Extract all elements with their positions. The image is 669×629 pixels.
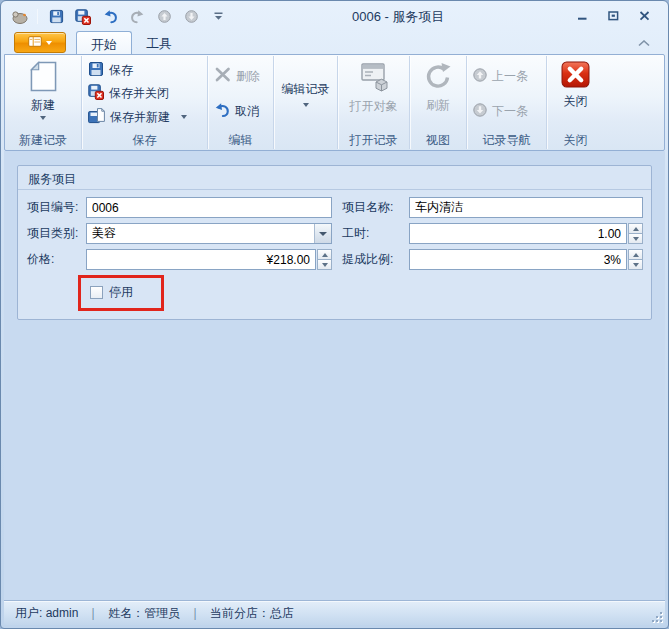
save-close-button-label: 保存并关闭 — [109, 85, 169, 102]
save-new-button[interactable]: 保存并新建 — [83, 107, 206, 128]
tab-tools[interactable]: 工具 — [132, 31, 186, 54]
close-red-icon — [561, 61, 590, 91]
spin-down-button[interactable] — [628, 260, 643, 270]
qat-customize-icon[interactable] — [209, 8, 227, 26]
chevron-down-icon — [319, 232, 327, 236]
new-button-label: 新建 — [31, 97, 55, 114]
restore-button[interactable] — [605, 8, 622, 23]
delete-button[interactable]: 删除 — [209, 66, 272, 86]
refresh-icon — [423, 61, 453, 95]
redo-icon[interactable] — [128, 8, 146, 26]
name-label: 项目名称: — [342, 199, 409, 216]
inactive-row: 停用 — [78, 275, 643, 311]
resize-grip[interactable] — [650, 610, 662, 622]
save-new-icon — [88, 108, 105, 127]
cancel-button[interactable]: 取消 — [209, 101, 272, 122]
save-close-icon[interactable] — [74, 8, 92, 26]
tab-home[interactable]: 开始 — [76, 31, 132, 54]
spin-up-button[interactable] — [628, 249, 643, 260]
ribbon: 新建 新建记录 保存 — [4, 54, 665, 151]
ribbon-group-record-nav: 上一条 下一条 记录导航 — [467, 56, 547, 149]
open-object-button[interactable]: 打开对象 — [339, 57, 408, 131]
save-button-label: 保存 — [109, 62, 133, 79]
spin-up-button[interactable] — [317, 249, 332, 260]
form-area: 服务项目 项目编号: 项目名称: 项目类别: — [4, 151, 665, 600]
chevron-down-icon — [181, 115, 187, 119]
price-input[interactable] — [86, 249, 316, 270]
code-label: 项目编号: — [26, 199, 86, 216]
spin-down-button[interactable] — [628, 234, 643, 244]
hours-label: 工时: — [342, 225, 409, 242]
app-menu-button[interactable] — [14, 32, 66, 53]
ribbon-group-save: 保存 保存并关闭 保存并新建 — [82, 56, 208, 149]
refresh-button[interactable]: 刷新 — [411, 57, 465, 131]
toolbar-separator — [37, 9, 38, 24]
quick-access-toolbar — [10, 8, 227, 26]
delete-icon — [214, 67, 231, 85]
spin-down-button[interactable] — [317, 260, 332, 270]
undo-icon[interactable] — [101, 8, 119, 26]
previous-record-button[interactable]: 上一条 — [468, 67, 545, 86]
commission-label: 提成比例: — [342, 251, 409, 268]
title-bar: 0006 - 服务项目 — [4, 1, 665, 30]
close-form-button-label: 关闭 — [564, 93, 588, 110]
up-circle-icon — [473, 68, 487, 85]
open-object-button-label: 打开对象 — [350, 98, 398, 115]
group-label-edit: 编辑 — [209, 131, 272, 149]
commission-spinner — [628, 249, 643, 270]
next-record-button[interactable]: 下一条 — [468, 102, 545, 121]
save-close-button[interactable]: 保存并关闭 — [83, 83, 206, 104]
inactive-checkbox[interactable] — [90, 286, 103, 299]
ribbon-tab-row: 开始 工具 — [4, 30, 665, 54]
status-user: 用户: admin — [15, 605, 78, 622]
save-button[interactable]: 保存 — [83, 60, 206, 81]
group-label-open-record: 打开记录 — [339, 131, 408, 149]
save-icon[interactable] — [47, 8, 65, 26]
price-label: 价格: — [26, 251, 86, 268]
list-icon — [28, 36, 42, 50]
group-label-close: 关闭 — [548, 131, 603, 149]
next-record-label: 下一条 — [492, 103, 528, 120]
collapse-ribbon-button[interactable] — [637, 37, 651, 49]
spin-up-button[interactable] — [628, 223, 643, 234]
code-input[interactable] — [86, 197, 332, 218]
commission-input[interactable] — [409, 249, 627, 270]
undo-icon — [214, 102, 230, 121]
panel-title: 服务项目 — [18, 166, 651, 190]
name-input[interactable] — [409, 197, 643, 218]
group-label-save: 保存 — [83, 131, 206, 149]
ribbon-group-edit-record: 编辑记录 — [274, 56, 338, 149]
category-label: 项目类别: — [26, 225, 86, 242]
cancel-button-label: 取消 — [235, 103, 259, 120]
hours-input[interactable] — [409, 223, 627, 244]
ribbon-group-new-record: 新建 新建记录 — [5, 56, 82, 149]
close-form-button[interactable]: 关闭 — [548, 57, 603, 131]
status-bar: 用户: admin ｜ 姓名：管理员 ｜ 当前分店：总店 — [4, 600, 665, 625]
category-input[interactable] — [86, 223, 332, 244]
down-circle-icon — [473, 103, 487, 120]
edit-record-button[interactable]: 编辑记录 — [275, 57, 336, 131]
new-button[interactable]: 新建 — [6, 57, 80, 131]
form-row: 项目类别: 工时: — [26, 223, 643, 244]
form-row: 项目编号: 项目名称: — [26, 197, 643, 218]
edit-record-button-label: 编辑记录 — [282, 81, 330, 98]
close-button[interactable] — [636, 8, 653, 23]
chevron-down-icon — [46, 41, 52, 45]
chevron-down-icon — [40, 116, 46, 120]
new-page-icon — [30, 61, 57, 95]
status-separator: ｜ — [87, 605, 99, 622]
status-name: 姓名：管理员 — [108, 605, 180, 622]
ribbon-group-open-record: 打开对象 打开记录 — [338, 56, 410, 149]
minimize-button[interactable] — [574, 8, 591, 23]
ribbon-group-close: 关闭 关闭 — [547, 56, 604, 149]
service-item-panel: 服务项目 项目编号: 项目名称: 项目类别: — [17, 165, 652, 320]
price-spinner — [317, 249, 332, 270]
save-close-icon — [88, 84, 104, 103]
category-combo — [86, 223, 332, 244]
app-logo-icon — [10, 8, 28, 26]
window-title: 0006 - 服务项目 — [352, 8, 444, 26]
next-record-icon[interactable] — [182, 8, 200, 26]
prev-record-icon[interactable] — [155, 8, 173, 26]
category-dropdown-button[interactable] — [314, 224, 331, 243]
chevron-up-icon — [638, 40, 650, 47]
